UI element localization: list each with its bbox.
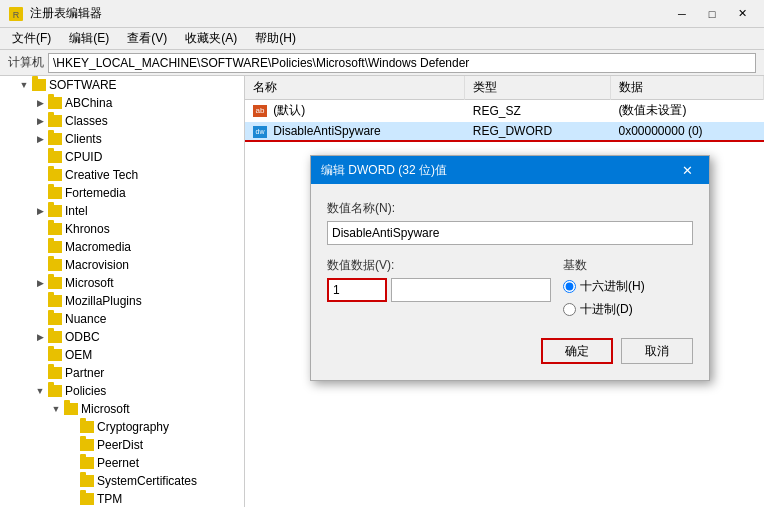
table-row[interactable]: ab (默认) REG_SZ (数值未设置) bbox=[245, 100, 764, 122]
toggle-intel[interactable]: ▶ bbox=[32, 203, 48, 219]
folder-icon bbox=[48, 313, 62, 325]
base-section: 基数 十六进制(H) 十进制(D) bbox=[563, 257, 693, 318]
toggle-clients[interactable]: ▶ bbox=[32, 131, 48, 147]
tree-item-clients[interactable]: ▶ Clients bbox=[0, 130, 244, 148]
row-type: REG_SZ bbox=[465, 100, 611, 122]
tree-item-mozillaplugins[interactable]: ▶ MozillaPlugins bbox=[0, 292, 244, 310]
tree-item-systemcerts[interactable]: ▶ SystemCertificates bbox=[0, 472, 244, 490]
toggle-software[interactable]: ▼ bbox=[16, 77, 32, 93]
tree-label: SOFTWARE bbox=[49, 78, 117, 92]
edit-dword-dialog: 编辑 DWORD (32 位)值 ✕ 数值名称(N): 数值数据(V): 基数 bbox=[310, 155, 710, 381]
tree-label: ODBC bbox=[65, 330, 100, 344]
data-value-rest bbox=[391, 278, 551, 302]
dialog-close-button[interactable]: ✕ bbox=[675, 160, 699, 180]
tree-item-khronos[interactable]: ▶ Khronos bbox=[0, 220, 244, 238]
folder-icon bbox=[48, 133, 62, 145]
folder-icon bbox=[48, 223, 62, 235]
tree-label: SystemCertificates bbox=[97, 474, 197, 488]
row-name-label: (默认) bbox=[273, 103, 305, 117]
row-data: 0x00000000 (0) bbox=[610, 122, 763, 142]
data-value-input[interactable] bbox=[327, 278, 387, 302]
tree-item-nuance[interactable]: ▶ Nuance bbox=[0, 310, 244, 328]
maximize-button[interactable]: □ bbox=[698, 4, 726, 24]
tree-item-abchina[interactable]: ▶ ABChina bbox=[0, 94, 244, 112]
folder-icon bbox=[80, 475, 94, 487]
menu-help[interactable]: 帮助(H) bbox=[247, 28, 304, 49]
menu-favorites[interactable]: 收藏夹(A) bbox=[177, 28, 245, 49]
menu-view[interactable]: 查看(V) bbox=[119, 28, 175, 49]
folder-icon bbox=[48, 187, 62, 199]
col-name[interactable]: 名称 bbox=[245, 76, 465, 100]
data-field-label: 数值数据(V): bbox=[327, 257, 551, 274]
toggle-microsoft[interactable]: ▶ bbox=[32, 275, 48, 291]
tree-item-intel[interactable]: ▶ Intel bbox=[0, 202, 244, 220]
cancel-button[interactable]: 取消 bbox=[621, 338, 693, 364]
tree-item-partner[interactable]: ▶ Partner bbox=[0, 364, 244, 382]
col-data[interactable]: 数据 bbox=[610, 76, 763, 100]
title-bar: R 注册表编辑器 ─ □ ✕ bbox=[0, 0, 764, 28]
table-row-selected[interactable]: dw DisableAntiSpyware REG_DWORD 0x000000… bbox=[245, 122, 764, 142]
name-field-label: 数值名称(N): bbox=[327, 200, 693, 217]
value-input-row bbox=[327, 278, 551, 302]
tree-item-creativetech[interactable]: ▶ Creative Tech bbox=[0, 166, 244, 184]
folder-icon bbox=[48, 295, 62, 307]
tree-item-policies[interactable]: ▼ Policies bbox=[0, 382, 244, 400]
folder-icon bbox=[48, 367, 62, 379]
tree-item-macrovision[interactable]: ▶ Macrovision bbox=[0, 256, 244, 274]
folder-icon bbox=[48, 385, 62, 397]
address-input[interactable] bbox=[48, 53, 756, 73]
tree-item-fortemedia[interactable]: ▶ Fortemedia bbox=[0, 184, 244, 202]
ok-button[interactable]: 确定 bbox=[541, 338, 613, 364]
toggle-classes[interactable]: ▶ bbox=[32, 113, 48, 129]
toggle-policies[interactable]: ▼ bbox=[32, 383, 48, 399]
folder-icon bbox=[48, 331, 62, 343]
toggle-abchina[interactable]: ▶ bbox=[32, 95, 48, 111]
tree-label: CPUID bbox=[65, 150, 102, 164]
menu-edit[interactable]: 编辑(E) bbox=[61, 28, 117, 49]
tree-item-software[interactable]: ▼ SOFTWARE bbox=[0, 76, 244, 94]
name-input[interactable] bbox=[327, 221, 693, 245]
tree-label: OEM bbox=[65, 348, 92, 362]
dialog-title-bar: 编辑 DWORD (32 位)值 ✕ bbox=[311, 156, 709, 184]
row-type: REG_DWORD bbox=[465, 122, 611, 142]
row-name-label: DisableAntiSpyware bbox=[273, 124, 380, 138]
radio-hex-input[interactable] bbox=[563, 280, 576, 293]
close-button[interactable]: ✕ bbox=[728, 4, 756, 24]
tree-item-policies-microsoft[interactable]: ▼ Microsoft bbox=[0, 400, 244, 418]
reg-dword-icon: dw bbox=[253, 126, 267, 138]
tree-item-peerdist[interactable]: ▶ PeerDist bbox=[0, 436, 244, 454]
tree-item-classes[interactable]: ▶ Classes bbox=[0, 112, 244, 130]
data-row: 数值数据(V): 基数 十六进制(H) bbox=[327, 257, 693, 318]
tree-label: Microsoft bbox=[65, 276, 114, 290]
radio-dec[interactable]: 十进制(D) bbox=[563, 301, 693, 318]
tree-item-odbc[interactable]: ▶ ODBC bbox=[0, 328, 244, 346]
tree-item-peernet[interactable]: ▶ Peernet bbox=[0, 454, 244, 472]
tree-item-oem[interactable]: ▶ OEM bbox=[0, 346, 244, 364]
radio-hex[interactable]: 十六进制(H) bbox=[563, 278, 693, 295]
tree-label: Policies bbox=[65, 384, 106, 398]
tree-label: Classes bbox=[65, 114, 108, 128]
app-icon: R bbox=[8, 6, 24, 22]
tree-item-macromedia[interactable]: ▶ Macromedia bbox=[0, 238, 244, 256]
minimize-button[interactable]: ─ bbox=[668, 4, 696, 24]
tree-label: Intel bbox=[65, 204, 88, 218]
tree-label: Creative Tech bbox=[65, 168, 138, 182]
tree-item-tpm[interactable]: ▶ TPM bbox=[0, 490, 244, 507]
window-title: 注册表编辑器 bbox=[30, 5, 102, 22]
folder-icon bbox=[48, 259, 62, 271]
folder-icon bbox=[48, 151, 62, 163]
address-label: 计算机 bbox=[8, 54, 44, 71]
tree-item-cpuid[interactable]: ▶ CPUID bbox=[0, 148, 244, 166]
tree-item-cryptography[interactable]: ▶ Cryptography bbox=[0, 418, 244, 436]
folder-icon bbox=[48, 97, 62, 109]
toggle-policies-microsoft[interactable]: ▼ bbox=[48, 401, 64, 417]
dialog-buttons: 确定 取消 bbox=[327, 334, 693, 364]
menu-file[interactable]: 文件(F) bbox=[4, 28, 59, 49]
toggle-odbc[interactable]: ▶ bbox=[32, 329, 48, 345]
radio-dec-input[interactable] bbox=[563, 303, 576, 316]
tree-label: Microsoft bbox=[81, 402, 130, 416]
col-type[interactable]: 类型 bbox=[465, 76, 611, 100]
tree-item-microsoft[interactable]: ▶ Microsoft bbox=[0, 274, 244, 292]
tree-label: TPM bbox=[97, 492, 122, 506]
title-bar-left: R 注册表编辑器 bbox=[8, 5, 102, 22]
